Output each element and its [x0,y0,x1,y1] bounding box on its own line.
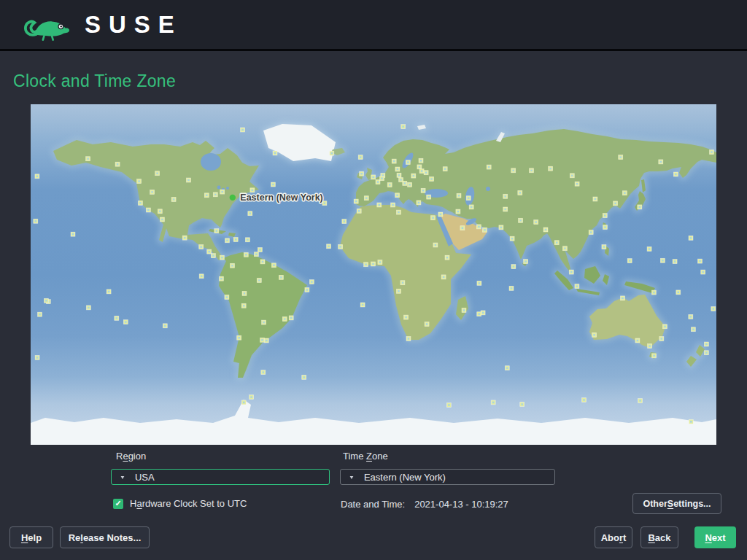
back-button[interactable]: Back [640,526,678,548]
timezone-map[interactable]: Eastern (New York) [31,104,716,445]
tz-city-marker-center [201,276,202,277]
tz-city-marker-center [393,160,395,162]
tz-city-marker-center [398,290,399,292]
tz-city-marker-center [258,279,260,281]
tz-city-marker-center [639,400,640,401]
tz-city-marker-center [576,285,578,287]
tz-city-marker-center [614,203,616,204]
tz-city-marker-center [360,156,361,158]
tz-city-marker-center [404,182,406,184]
suse-chameleon-icon [19,8,76,42]
tz-city-marker-center [482,312,484,314]
tz-city-marker-center [699,260,700,262]
tz-city-marker-center [381,178,382,179]
tz-city-marker-center [420,160,422,161]
tz-city-marker-center [156,173,158,174]
tz-city-marker-center [389,184,390,185]
timezone-combobox[interactable]: ▼ Eastern (New York) [340,469,555,485]
timezone-label: Time Zone [343,451,388,462]
tz-city-marker-center [221,257,222,258]
tz-city-marker-center [639,206,640,208]
tz-city-marker-center [629,260,630,261]
tz-city-marker-center [535,221,537,222]
tz-city-marker-center [272,184,274,185]
tz-city-marker-center [492,402,494,403]
tz-city-marker-center [36,176,38,177]
tz-city-marker-center [570,271,572,273]
tz-city-marker-center [226,240,228,241]
tz-city-marker-center [511,287,512,289]
tz-city-marker-center [290,317,292,319]
chevron-down-icon[interactable]: ▼ [120,474,125,480]
tz-city-marker-center [365,198,367,199]
tz-city-marker-center [421,170,422,171]
tz-city-marker-center [247,239,248,241]
tz-city-marker-center [36,357,38,358]
region-combobox[interactable]: ▼ USA [111,469,330,485]
next-button[interactable]: Next [694,526,736,548]
release-notes-button[interactable]: Release Notes... [60,526,150,548]
selected-timezone-dot[interactable] [230,195,236,201]
top-bar: SUSE [0,0,747,51]
tz-city-marker-center [418,202,419,203]
tz-city-marker-center [358,210,360,211]
tz-city-marker-center [344,220,345,222]
tz-city-marker-center [462,228,463,229]
tz-city-marker-center [446,257,448,258]
tz-city-marker-center [372,263,374,265]
tz-city-marker-center [151,191,152,192]
tz-city-marker-center [164,325,166,327]
chevron-down-icon[interactable]: ▼ [349,474,355,480]
tz-city-marker-center [324,203,325,204]
tz-city-marker-center [220,278,222,279]
tz-city-marker-center [649,345,650,346]
tz-city-marker-center [222,191,223,192]
tz-city-marker-center [664,326,665,327]
tz-city-marker-center [448,404,449,405]
tz-city-marker-center [444,168,446,170]
tz-city-marker-center [571,175,573,176]
tz-city-marker-center [590,231,592,233]
tz-city-marker-center [263,322,264,323]
tz-city-marker-center [255,254,257,255]
tz-city-marker-center [484,229,485,230]
tz-city-marker-center [432,217,433,219]
tz-city-marker-center [201,246,202,247]
tz-city-marker-center [331,152,333,154]
tz-city-marker-center [365,264,366,265]
tz-city-marker-center [360,173,362,174]
tz-city-marker-center [379,204,380,206]
brand-wordmark: SUSE [85,12,182,36]
tz-city-marker-center [675,174,676,175]
tz-city-marker-center [214,194,216,195]
selected-timezone-marker[interactable]: Eastern (New York) [230,192,323,203]
tz-city-marker-center [513,170,514,171]
other-settings-button[interactable]: Other Settings... [632,493,721,514]
abort-button[interactable]: Abort [595,526,632,548]
date-time-value: 2021-04-13 - 10:19:27 [414,499,508,510]
tz-city-marker-center [690,237,692,238]
tz-city-marker-center [274,152,276,154]
tz-city-marker-center [440,214,441,215]
region-label: Region [116,451,146,462]
tz-city-marker-center [705,343,707,345]
tz-city-marker-center [379,261,381,262]
suse-logo: SUSE [19,8,182,42]
tz-city-marker-center [235,238,236,240]
tz-city-marker-center [443,276,444,278]
tz-city-marker-center [471,206,472,208]
tz-city-marker-center [603,246,605,247]
hardware-clock-utc-checkbox[interactable]: ✓ [113,499,123,509]
tz-city-marker-center [138,180,139,182]
tz-city-marker-center [624,192,625,194]
tz-city-marker-center [479,314,480,315]
hardware-clock-utc-row[interactable]: ✓ Hardware Clock Set to UTC [113,498,247,509]
tz-city-marker-center [649,248,650,249]
tz-city-marker-center [413,175,414,176]
tz-city-marker-center [435,244,436,246]
tz-city-marker-center [88,307,89,308]
help-button[interactable]: Help [9,526,53,548]
tz-city-marker-center [674,260,676,262]
tz-city-marker-center [549,168,551,169]
tz-city-marker-center [653,355,654,357]
